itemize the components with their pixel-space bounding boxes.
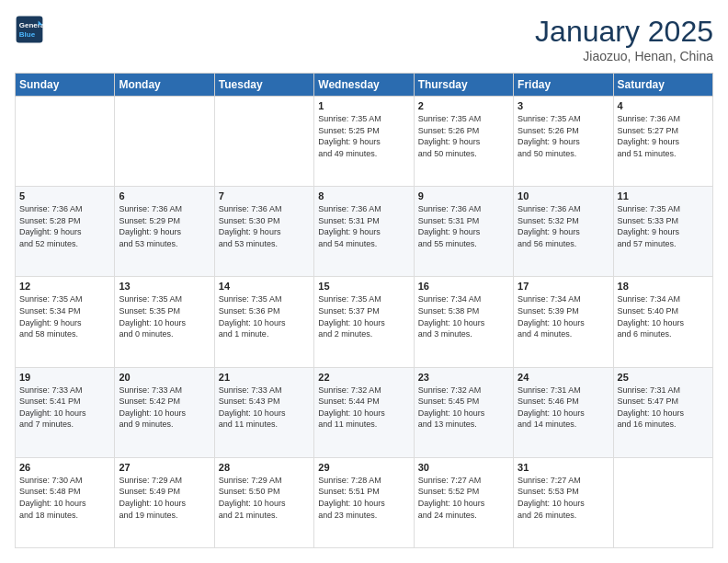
day-number: 6 bbox=[119, 190, 210, 201]
calendar-cell: 8Sunrise: 7:36 AM Sunset: 5:31 PM Daylig… bbox=[314, 187, 414, 277]
calendar-cell: 21Sunrise: 7:33 AM Sunset: 5:43 PM Dayli… bbox=[214, 367, 313, 457]
calendar-cell: 18Sunrise: 7:34 AM Sunset: 5:40 PM Dayli… bbox=[613, 277, 712, 367]
calendar-cell: 11Sunrise: 7:35 AM Sunset: 5:33 PM Dayli… bbox=[613, 187, 712, 277]
calendar-cell: 29Sunrise: 7:28 AM Sunset: 5:51 PM Dayli… bbox=[314, 457, 414, 547]
calendar-cell: 14Sunrise: 7:35 AM Sunset: 5:36 PM Dayli… bbox=[214, 277, 313, 367]
calendar-cell bbox=[214, 97, 313, 187]
day-info: Sunrise: 7:35 AM Sunset: 5:25 PM Dayligh… bbox=[318, 113, 409, 159]
day-number: 7 bbox=[219, 190, 310, 201]
day-info: Sunrise: 7:28 AM Sunset: 5:51 PM Dayligh… bbox=[318, 475, 409, 521]
day-info: Sunrise: 7:29 AM Sunset: 5:50 PM Dayligh… bbox=[219, 475, 310, 521]
day-number: 27 bbox=[119, 462, 210, 473]
day-info: Sunrise: 7:36 AM Sunset: 5:31 PM Dayligh… bbox=[318, 203, 409, 249]
week-row-1: 1Sunrise: 7:35 AM Sunset: 5:25 PM Daylig… bbox=[16, 97, 713, 187]
calendar-cell: 19Sunrise: 7:33 AM Sunset: 5:41 PM Dayli… bbox=[16, 367, 115, 457]
day-info: Sunrise: 7:36 AM Sunset: 5:32 PM Dayligh… bbox=[518, 203, 609, 249]
header: General Blue January 2025 Jiaozuo, Henan… bbox=[15, 15, 713, 63]
week-row-2: 5Sunrise: 7:36 AM Sunset: 5:28 PM Daylig… bbox=[16, 187, 713, 277]
day-info: Sunrise: 7:29 AM Sunset: 5:49 PM Dayligh… bbox=[119, 475, 210, 521]
day-number: 22 bbox=[318, 372, 409, 383]
page: General Blue January 2025 Jiaozuo, Henan… bbox=[0, 0, 728, 563]
day-number: 3 bbox=[518, 100, 609, 111]
day-number: 1 bbox=[318, 100, 409, 111]
day-info: Sunrise: 7:33 AM Sunset: 5:42 PM Dayligh… bbox=[119, 385, 210, 431]
day-info: Sunrise: 7:34 AM Sunset: 5:40 PM Dayligh… bbox=[618, 293, 709, 339]
day-info: Sunrise: 7:35 AM Sunset: 5:34 PM Dayligh… bbox=[19, 293, 110, 339]
day-number: 16 bbox=[418, 281, 509, 292]
weekday-header-row: Sunday Monday Tuesday Wednesday Thursday… bbox=[16, 74, 713, 97]
calendar-cell: 9Sunrise: 7:36 AM Sunset: 5:31 PM Daylig… bbox=[414, 187, 513, 277]
day-info: Sunrise: 7:30 AM Sunset: 5:48 PM Dayligh… bbox=[19, 475, 110, 521]
day-info: Sunrise: 7:31 AM Sunset: 5:46 PM Dayligh… bbox=[518, 385, 609, 431]
day-info: Sunrise: 7:36 AM Sunset: 5:27 PM Dayligh… bbox=[618, 113, 709, 159]
day-info: Sunrise: 7:32 AM Sunset: 5:45 PM Dayligh… bbox=[418, 385, 509, 431]
svg-text:Blue: Blue bbox=[19, 30, 36, 39]
day-number: 12 bbox=[19, 281, 110, 292]
day-number: 31 bbox=[518, 462, 609, 473]
week-row-3: 12Sunrise: 7:35 AM Sunset: 5:34 PM Dayli… bbox=[16, 277, 713, 367]
day-info: Sunrise: 7:36 AM Sunset: 5:29 PM Dayligh… bbox=[119, 203, 210, 249]
header-friday: Friday bbox=[514, 74, 613, 97]
calendar-cell: 22Sunrise: 7:32 AM Sunset: 5:44 PM Dayli… bbox=[314, 367, 414, 457]
header-wednesday: Wednesday bbox=[314, 74, 414, 97]
day-number: 17 bbox=[518, 281, 609, 292]
day-info: Sunrise: 7:35 AM Sunset: 5:35 PM Dayligh… bbox=[119, 293, 210, 339]
header-monday: Monday bbox=[115, 74, 214, 97]
title-block: January 2025 Jiaozuo, Henan, China bbox=[535, 15, 713, 63]
calendar-cell: 20Sunrise: 7:33 AM Sunset: 5:42 PM Dayli… bbox=[115, 367, 214, 457]
calendar-cell: 15Sunrise: 7:35 AM Sunset: 5:37 PM Dayli… bbox=[314, 277, 414, 367]
day-info: Sunrise: 7:33 AM Sunset: 5:43 PM Dayligh… bbox=[219, 385, 310, 431]
calendar-cell: 23Sunrise: 7:32 AM Sunset: 5:45 PM Dayli… bbox=[414, 367, 513, 457]
calendar-cell: 10Sunrise: 7:36 AM Sunset: 5:32 PM Dayli… bbox=[514, 187, 613, 277]
day-info: Sunrise: 7:35 AM Sunset: 5:36 PM Dayligh… bbox=[219, 293, 310, 339]
day-info: Sunrise: 7:35 AM Sunset: 5:26 PM Dayligh… bbox=[518, 113, 609, 159]
day-number: 26 bbox=[19, 462, 110, 473]
logo: General Blue bbox=[15, 15, 44, 44]
calendar-cell: 1Sunrise: 7:35 AM Sunset: 5:25 PM Daylig… bbox=[314, 97, 414, 187]
calendar-cell: 28Sunrise: 7:29 AM Sunset: 5:50 PM Dayli… bbox=[214, 457, 313, 547]
day-number: 4 bbox=[618, 100, 709, 111]
calendar-cell bbox=[115, 97, 214, 187]
calendar-cell: 31Sunrise: 7:27 AM Sunset: 5:53 PM Dayli… bbox=[514, 457, 613, 547]
calendar-cell: 27Sunrise: 7:29 AM Sunset: 5:49 PM Dayli… bbox=[115, 457, 214, 547]
calendar-title: January 2025 bbox=[535, 15, 713, 49]
calendar-cell: 7Sunrise: 7:36 AM Sunset: 5:30 PM Daylig… bbox=[214, 187, 313, 277]
day-info: Sunrise: 7:33 AM Sunset: 5:41 PM Dayligh… bbox=[19, 385, 110, 431]
day-number: 25 bbox=[618, 372, 709, 383]
day-info: Sunrise: 7:32 AM Sunset: 5:44 PM Dayligh… bbox=[318, 385, 409, 431]
day-number: 2 bbox=[418, 100, 509, 111]
day-number: 23 bbox=[418, 372, 509, 383]
day-number: 10 bbox=[518, 190, 609, 201]
day-info: Sunrise: 7:35 AM Sunset: 5:26 PM Dayligh… bbox=[418, 113, 509, 159]
header-tuesday: Tuesday bbox=[214, 74, 313, 97]
header-thursday: Thursday bbox=[414, 74, 513, 97]
day-info: Sunrise: 7:36 AM Sunset: 5:28 PM Dayligh… bbox=[19, 203, 110, 249]
calendar-cell: 6Sunrise: 7:36 AM Sunset: 5:29 PM Daylig… bbox=[115, 187, 214, 277]
calendar-cell: 13Sunrise: 7:35 AM Sunset: 5:35 PM Dayli… bbox=[115, 277, 214, 367]
day-number: 20 bbox=[119, 372, 210, 383]
day-number: 21 bbox=[219, 372, 310, 383]
calendar-cell: 5Sunrise: 7:36 AM Sunset: 5:28 PM Daylig… bbox=[16, 187, 115, 277]
day-info: Sunrise: 7:35 AM Sunset: 5:33 PM Dayligh… bbox=[618, 203, 709, 249]
day-info: Sunrise: 7:34 AM Sunset: 5:39 PM Dayligh… bbox=[518, 293, 609, 339]
day-number: 13 bbox=[119, 281, 210, 292]
day-info: Sunrise: 7:36 AM Sunset: 5:31 PM Dayligh… bbox=[418, 203, 509, 249]
day-info: Sunrise: 7:36 AM Sunset: 5:30 PM Dayligh… bbox=[219, 203, 310, 249]
calendar-cell: 16Sunrise: 7:34 AM Sunset: 5:38 PM Dayli… bbox=[414, 277, 513, 367]
day-number: 15 bbox=[318, 281, 409, 292]
calendar-cell: 24Sunrise: 7:31 AM Sunset: 5:46 PM Dayli… bbox=[514, 367, 613, 457]
day-number: 18 bbox=[618, 281, 709, 292]
day-number: 30 bbox=[418, 462, 509, 473]
calendar-cell: 12Sunrise: 7:35 AM Sunset: 5:34 PM Dayli… bbox=[16, 277, 115, 367]
week-row-4: 19Sunrise: 7:33 AM Sunset: 5:41 PM Dayli… bbox=[16, 367, 713, 457]
day-number: 29 bbox=[318, 462, 409, 473]
week-row-5: 26Sunrise: 7:30 AM Sunset: 5:48 PM Dayli… bbox=[16, 457, 713, 547]
calendar-cell: 2Sunrise: 7:35 AM Sunset: 5:26 PM Daylig… bbox=[414, 97, 513, 187]
day-number: 14 bbox=[219, 281, 310, 292]
calendar-subtitle: Jiaozuo, Henan, China bbox=[535, 49, 713, 63]
day-number: 8 bbox=[318, 190, 409, 201]
day-info: Sunrise: 7:27 AM Sunset: 5:53 PM Dayligh… bbox=[518, 475, 609, 521]
day-number: 9 bbox=[418, 190, 509, 201]
day-number: 28 bbox=[219, 462, 310, 473]
calendar-cell: 25Sunrise: 7:31 AM Sunset: 5:47 PM Dayli… bbox=[613, 367, 712, 457]
